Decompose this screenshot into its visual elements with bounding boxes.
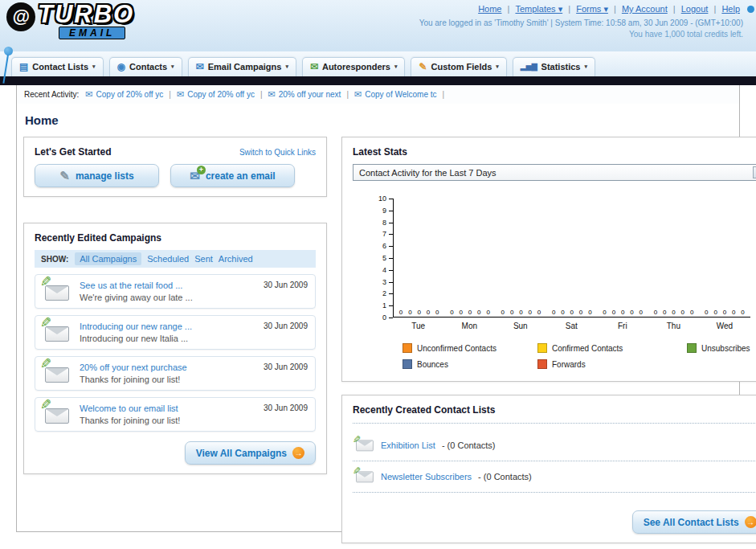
top-link-my-account[interactable]: My Account (622, 4, 668, 14)
top-link-templates[interactable]: Templates ▾ (515, 4, 562, 14)
logo-text: TURBO EMAIL (38, 2, 134, 39)
y-axis-label: 7 (382, 230, 386, 238)
bar-value-label: 0 (450, 309, 453, 316)
bar-value-label: 0 (427, 309, 430, 316)
email-campaigns-icon: ✉ (196, 62, 204, 72)
tab-statistics[interactable]: ▂▅▇Statistics▾ (513, 57, 595, 76)
top-link-forms[interactable]: Forms ▾ (576, 4, 608, 14)
view-all-campaigns-label: View All Campaigns (196, 448, 287, 459)
latest-stats-panel: Latest Stats Contact Activity for the La… (341, 137, 756, 382)
stats-period-select[interactable]: Contact Activity for the Last 7 Days ▼ (353, 164, 756, 181)
tab-contacts[interactable]: ◉Contacts▾ (109, 57, 182, 76)
filter-archived[interactable]: Archived (219, 254, 253, 264)
bar-value-label: 0 (713, 309, 717, 316)
email-icon: ✉ (177, 89, 184, 100)
campaign-subtitle: Introducing our new Italia ... (80, 334, 192, 343)
campaign-title-link[interactable]: See us at the retail food ... (80, 281, 193, 290)
campaign-row: ✎Welcome to our email listThanks for joi… (35, 397, 316, 432)
tab-label: Autoresponders (322, 62, 390, 72)
show-label: SHOW: (41, 255, 68, 264)
filter-sent[interactable]: Sent (194, 254, 213, 264)
bar-value-label: 0 (681, 309, 684, 316)
view-all-campaigns-button[interactable]: View All Campaigns → (185, 441, 316, 465)
filter-scheduled[interactable]: Scheduled (147, 254, 189, 264)
campaign-subtitle: Thanks for joining our list! (80, 416, 180, 425)
top-link-help[interactable]: Help (721, 4, 740, 14)
recent-activity-link[interactable]: Copy of 20% off yc (187, 90, 255, 99)
switch-quick-links-link[interactable]: Switch to Quick Links (239, 148, 316, 157)
bar-value-label: 0 (663, 309, 666, 316)
pencil-icon: ✎ (353, 465, 361, 477)
tab-email-campaigns[interactable]: ✉Email Campaigns▾ (188, 57, 296, 76)
email-icon: ✉ (268, 89, 276, 100)
y-axis-label: 0 (382, 313, 386, 322)
y-axis-label: 5 (382, 254, 386, 262)
campaign-title-link[interactable]: Welcome to our email list (80, 404, 180, 413)
turbo-email-logo: @ TURBO EMAIL (6, 2, 134, 39)
campaign-list: ✎See us at the retail food ...We're givi… (35, 274, 316, 432)
recent-activity-link[interactable]: Copy of 20% off yc (96, 90, 164, 99)
email-edit-icon: ✎ (43, 281, 72, 301)
bar-value-label: 0 (460, 309, 463, 316)
bar-value-label: 0 (468, 309, 472, 316)
legend-label: Unsubscribes (701, 344, 750, 353)
button-label: create an email (206, 170, 276, 182)
tab-label: Contact Lists (32, 62, 88, 72)
tab-contact-lists[interactable]: ▤Contact Lists▾ (11, 57, 104, 76)
pencil-icon: ✎ (40, 355, 51, 372)
turbo-email-dashboard: @ TURBO EMAIL Home | Templates ▾ | Forms… (0, 0, 756, 532)
get-started-title: Let's Get Started (35, 146, 112, 158)
legend-label: Bounces (417, 360, 448, 369)
x-axis-label: Tue (393, 322, 444, 330)
email-icon: ✉ (85, 89, 92, 100)
tab-custom-fields[interactable]: ✎Custom Fields▾ (411, 57, 506, 76)
bar-value-label: 0 (486, 309, 489, 316)
bar-value-label: 0 (640, 309, 643, 316)
manage-lists-button[interactable]: ✎manage lists (35, 164, 159, 187)
tab-label: Statistics (541, 62, 581, 72)
top-link-logout[interactable]: Logout (681, 4, 709, 14)
campaign-row: ✎20% off your next purchaseThanks for jo… (35, 356, 316, 391)
contact-activity-chart: 012345678910 000000000000000000000000000… (353, 199, 756, 369)
bar-value-label: 0 (654, 309, 657, 316)
legend-item-unconfirmed-contacts: Unconfirmed Contacts (403, 343, 537, 353)
filter-all-campaigns[interactable]: All Campaigns (75, 252, 141, 265)
campaign-title-link[interactable]: Introducing our new range ... (80, 322, 192, 331)
bar-group: 00000 (496, 309, 546, 316)
list-edit-icon: ✎ (354, 439, 370, 452)
x-axis-label: Thu (648, 322, 700, 330)
campaign-row: ✎See us at the retail food ...We're givi… (35, 274, 316, 309)
y-axis-label: 3 (382, 278, 386, 286)
logo-subtitle: EMAIL (59, 27, 125, 39)
bar-value-label: 0 (672, 309, 675, 316)
campaign-subtitle: We're giving away our late ... (80, 293, 193, 302)
left-column: Let's Get Started Switch to Quick Links … (23, 137, 327, 474)
contact-list-count: - (0 Contacts) (442, 440, 496, 450)
bar-group: 00000 (648, 309, 699, 316)
bar-value-label: 0 (561, 309, 564, 316)
contacts-icon: ◉ (117, 62, 125, 72)
tab-autoresponders[interactable]: ✉Autoresponders▾ (302, 57, 406, 76)
recent-activity-link[interactable]: Copy of Welcome tc (365, 90, 436, 99)
email-edit-icon: ✎ (43, 404, 72, 424)
contact-lists-title: Recently Created Contact Lists (353, 404, 756, 424)
campaign-title-link[interactable]: 20% off your next purchase (80, 363, 187, 372)
see-all-contact-lists-button[interactable]: See All Contact Lists → (632, 510, 756, 534)
top-link-home[interactable]: Home (478, 4, 501, 14)
main-nav-tabs: ▤Contact Lists▾◉Contacts▾✉Email Campaign… (0, 51, 756, 76)
contact-list-link[interactable]: Newsletter Subscribers (381, 472, 472, 481)
chart-value-labels: 00000000000000000000000000000000000 (394, 309, 750, 316)
logo-swirl-icon: @ (6, 2, 35, 31)
recent-activity-link[interactable]: 20% off your next (279, 90, 341, 99)
chart-legend: Unconfirmed ContactsConfirmed ContactsUn… (403, 343, 750, 369)
page-title: Home (25, 113, 733, 127)
tab-label: Custom Fields (431, 62, 492, 72)
bar-value-label: 0 (630, 309, 633, 316)
credits-info: You have 1,000 total credits left. (419, 30, 743, 39)
campaign-date: 30 Jun 2009 (264, 281, 308, 289)
create-an-email-button[interactable]: ✉create an email (170, 164, 295, 187)
get-started-buttons: ✎manage lists✉create an email (35, 164, 316, 187)
bar-group: 00000 (598, 309, 648, 316)
pencil-icon: ✎ (353, 434, 361, 446)
contact-list-link[interactable]: Exhibition List (381, 440, 435, 450)
